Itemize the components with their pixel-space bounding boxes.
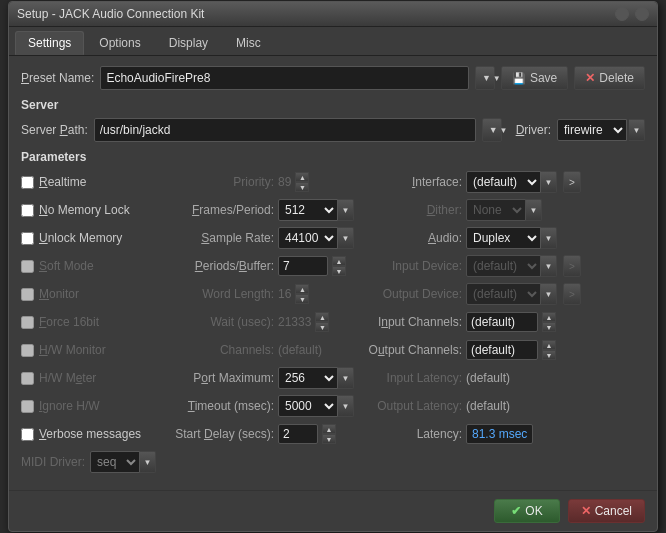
output-latency-row: Output Latency: (default) xyxy=(362,394,581,418)
tab-settings[interactable]: Settings xyxy=(15,31,84,55)
output-device-combo: (default) ▼ xyxy=(466,283,557,305)
output-device-right-btn[interactable]: > xyxy=(563,283,581,305)
word-length-up-btn[interactable]: ▲ xyxy=(295,284,309,294)
periods-buffer-input[interactable] xyxy=(278,256,328,276)
output-device-row: Output Device: (default) ▼ > xyxy=(362,282,581,306)
tab-options[interactable]: Options xyxy=(86,31,153,55)
preset-name-input[interactable] xyxy=(100,66,469,90)
interface-select[interactable]: (default) xyxy=(466,171,541,193)
titlebar-btn-1[interactable] xyxy=(615,7,629,21)
input-channels-up-btn[interactable]: ▲ xyxy=(542,312,556,322)
priority-down-btn[interactable]: ▼ xyxy=(295,182,309,192)
output-device-label: Output Device: xyxy=(362,287,462,301)
interface-right-btn[interactable]: > xyxy=(563,171,581,193)
frames-period-select[interactable]: 512 64 128 256 1024 xyxy=(278,199,338,221)
output-channels-input[interactable] xyxy=(466,340,538,360)
no-memory-lock-checkbox[interactable] xyxy=(21,204,34,217)
midi-driver-label: MIDI Driver: xyxy=(21,455,85,469)
frames-period-label: Frames/Period: xyxy=(164,203,274,217)
soft-mode-checkbox[interactable] xyxy=(21,260,34,273)
sample-rate-label: Sample Rate: xyxy=(164,231,274,245)
server-path-input[interactable] xyxy=(94,118,476,142)
preset-row: Preset Name: ▼ 💾 Save ✕ Delete xyxy=(21,66,645,90)
output-latency-label: Output Latency: xyxy=(362,399,462,413)
driver-group: firewire alsa coreaudio dummy ▼ xyxy=(557,119,645,141)
input-device-right-btn[interactable]: > xyxy=(563,255,581,277)
delete-button[interactable]: ✕ Delete xyxy=(574,66,645,90)
input-device-select[interactable]: (default) xyxy=(466,255,541,277)
wait-usec-down-btn[interactable]: ▼ xyxy=(315,322,329,332)
titlebar-buttons xyxy=(615,7,649,21)
ignore-hw-checkbox[interactable] xyxy=(21,400,34,413)
unlock-memory-checkbox[interactable] xyxy=(21,232,34,245)
midi-driver-row: MIDI Driver: seq ▼ xyxy=(21,450,156,474)
dither-arrow[interactable]: ▼ xyxy=(526,199,542,221)
monitor-checkbox[interactable] xyxy=(21,288,34,301)
sample-rate-arrow[interactable]: ▼ xyxy=(338,227,354,249)
params-container: Realtime No Memory Lock Unlock Memory So… xyxy=(21,170,645,474)
start-delay-input[interactable] xyxy=(278,424,318,444)
output-device-arrow[interactable]: ▼ xyxy=(541,283,557,305)
verbose-checkbox[interactable] xyxy=(21,428,34,441)
midi-driver-select[interactable]: seq xyxy=(90,451,140,473)
titlebar-btn-2[interactable] xyxy=(635,7,649,21)
input-channels-down-btn[interactable]: ▼ xyxy=(542,322,556,332)
params-right-col: Interface: (default) ▼ > Dither: None xyxy=(362,170,581,474)
dither-select[interactable]: None xyxy=(466,199,526,221)
driver-select[interactable]: firewire alsa coreaudio dummy xyxy=(557,119,627,141)
output-channels-down-btn[interactable]: ▼ xyxy=(542,350,556,360)
checkbox-ignore-hw: Ignore H/W xyxy=(21,394,156,418)
tab-display[interactable]: Display xyxy=(156,31,221,55)
word-length-down-btn[interactable]: ▼ xyxy=(295,294,309,304)
cancel-label: Cancel xyxy=(595,504,632,518)
interface-arrow[interactable]: ▼ xyxy=(541,171,557,193)
soft-mode-label: Soft Mode xyxy=(39,259,94,273)
input-device-row: Input Device: (default) ▼ > xyxy=(362,254,581,278)
server-path-dropdown-btn[interactable]: ▼ xyxy=(482,118,502,142)
periods-buffer-down-btn[interactable]: ▼ xyxy=(332,266,346,276)
wait-usec-value: 21333 xyxy=(278,315,311,329)
start-delay-down-btn[interactable]: ▼ xyxy=(322,434,336,444)
midi-driver-arrow[interactable]: ▼ xyxy=(140,451,156,473)
port-max-select[interactable]: 256 128 512 xyxy=(278,367,338,389)
tab-misc[interactable]: Misc xyxy=(223,31,274,55)
port-max-row: Port Maximum: 256 128 512 ▼ xyxy=(164,366,354,390)
ignore-hw-label: Ignore H/W xyxy=(39,399,100,413)
hw-monitor-checkbox[interactable] xyxy=(21,344,34,357)
wait-usec-spinner: ▲ ▼ xyxy=(315,312,329,332)
output-channels-up-btn[interactable]: ▲ xyxy=(542,340,556,350)
cancel-button[interactable]: ✕ Cancel xyxy=(568,499,645,523)
hw-meter-checkbox[interactable] xyxy=(21,372,34,385)
sample-rate-select[interactable]: 44100 22050 48000 96000 xyxy=(278,227,338,249)
start-delay-row: Start Delay (secs): ▲ ▼ xyxy=(164,422,354,446)
server-path-label: Server Path: xyxy=(21,123,88,137)
realtime-label: Realtime xyxy=(39,175,86,189)
wait-usec-row: Wait (usec): 21333 ▲ ▼ xyxy=(164,310,354,334)
input-channels-spinner: ▲ ▼ xyxy=(542,312,556,332)
preset-label: Preset Name: xyxy=(21,71,94,85)
dither-combo: None ▼ xyxy=(466,199,542,221)
port-max-arrow[interactable]: ▼ xyxy=(338,367,354,389)
timeout-msec-arrow[interactable]: ▼ xyxy=(338,395,354,417)
driver-dropdown-arrow[interactable]: ▼ xyxy=(629,119,645,141)
realtime-checkbox[interactable] xyxy=(21,176,34,189)
input-channels-input[interactable] xyxy=(466,312,538,332)
wait-usec-up-btn[interactable]: ▲ xyxy=(315,312,329,322)
ok-button[interactable]: ✔ OK xyxy=(494,499,559,523)
frames-period-arrow[interactable]: ▼ xyxy=(338,199,354,221)
dither-row: Dither: None ▼ xyxy=(362,198,581,222)
preset-dropdown-btn[interactable]: ▼ xyxy=(475,66,495,90)
save-button[interactable]: 💾 Save xyxy=(501,66,568,90)
audio-arrow[interactable]: ▼ xyxy=(541,227,557,249)
input-latency-row: Input Latency: (default) xyxy=(362,366,581,390)
timeout-msec-select[interactable]: 5000 2000 10000 xyxy=(278,395,338,417)
output-device-select[interactable]: (default) xyxy=(466,283,541,305)
force-16bit-checkbox[interactable] xyxy=(21,316,34,329)
start-delay-up-btn[interactable]: ▲ xyxy=(322,424,336,434)
priority-up-btn[interactable]: ▲ xyxy=(295,172,309,182)
audio-select[interactable]: Duplex Capture Playback xyxy=(466,227,541,249)
audio-label: Audio: xyxy=(362,231,462,245)
interface-combo: (default) ▼ xyxy=(466,171,557,193)
periods-buffer-up-btn[interactable]: ▲ xyxy=(332,256,346,266)
input-device-arrow[interactable]: ▼ xyxy=(541,255,557,277)
